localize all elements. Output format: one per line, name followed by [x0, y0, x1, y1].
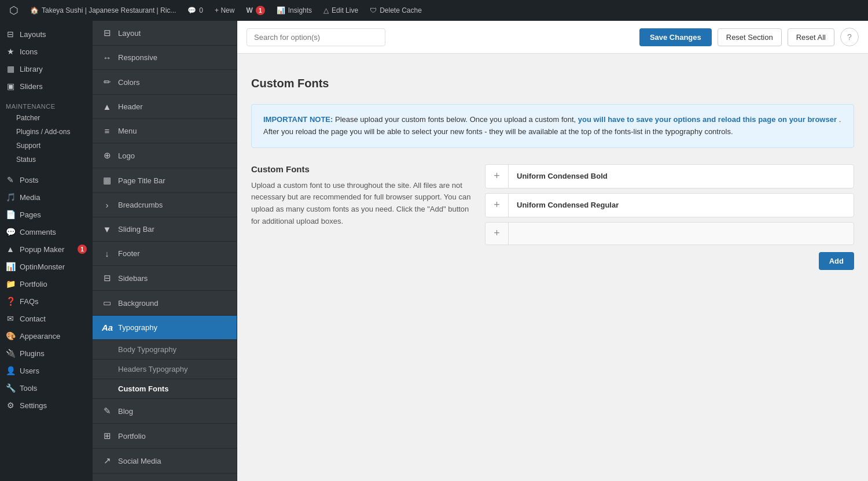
options-item-background[interactable]: ▭ Background — [93, 291, 237, 316]
insights-icon: 📊 — [277, 6, 285, 14]
comments-link[interactable]: 💬 0 — [183, 0, 208, 21]
font-row-1-plus[interactable]: + — [486, 165, 509, 188]
sidebar-item-support[interactable]: Support — [0, 139, 93, 153]
sidebar-item-library[interactable]: ▦ Library — [0, 60, 93, 77]
main-content: Save Changes Reset Section Reset All ? C… — [237, 21, 868, 481]
contact-icon: ✉ — [6, 314, 15, 323]
options-item-layout[interactable]: ⊟ Layout — [93, 21, 237, 46]
site-name[interactable]: 🏠 Takeya Sushi | Japanese Restaurant | R… — [25, 0, 181, 21]
logo-icon: ⊕ — [102, 150, 112, 161]
insights-link[interactable]: 📊 Insights — [272, 0, 317, 21]
options-item-responsive[interactable]: ↔ Responsive — [93, 46, 237, 70]
wp-logo[interactable]: ⬡ — [5, 0, 23, 21]
sidebar-item-plugins[interactable]: 🔌 Plugins — [0, 345, 93, 362]
appearance-icon: 🎨 — [6, 331, 15, 341]
options-item-portfolio[interactable]: ⊞ Portfolio — [93, 424, 237, 449]
sidebars-icon: ⊟ — [102, 273, 112, 283]
blog-icon: ✎ — [102, 406, 112, 416]
reset-section-button[interactable]: Reset Section — [718, 28, 782, 46]
sidebar-item-layouts[interactable]: ⊟ Layouts — [0, 25, 93, 43]
sidebar-item-appearance[interactable]: 🎨 Appearance — [0, 327, 93, 345]
layouts-icon: ⊟ — [6, 29, 15, 39]
sidebar-item-users[interactable]: 👤 Users — [0, 362, 93, 379]
options-item-sidebars[interactable]: ⊟ Sidebars — [93, 266, 237, 291]
sub-item-body-typography[interactable]: Body Typography — [93, 340, 237, 360]
options-item-menu[interactable]: ≡ Menu — [93, 119, 237, 143]
sidebar-item-settings[interactable]: ⚙ Settings — [0, 397, 93, 414]
sidebar-item-sliders[interactable]: ▣ Sliders — [0, 77, 93, 95]
sidebar-item-patcher[interactable]: Patcher — [0, 111, 93, 125]
delete-cache-link[interactable]: 🛡 Delete Cache — [365, 0, 426, 21]
options-item-page-title-bar[interactable]: ▦ Page Title Bar — [93, 168, 237, 193]
sub-item-custom-fonts[interactable]: Custom Fonts — [93, 379, 237, 399]
search-input[interactable] — [247, 28, 385, 46]
typography-icon: Aa — [102, 323, 112, 332]
wp-notification[interactable]: W 1 — [241, 0, 269, 21]
sidebar-item-optinmonster[interactable]: 📊 OptinMonster — [0, 258, 93, 275]
faqs-icon: ❓ — [6, 297, 15, 306]
options-item-slideshows[interactable]: ⊟ Slideshows — [93, 473, 237, 481]
save-changes-button[interactable]: Save Changes — [639, 28, 712, 46]
add-font-button[interactable]: Add — [819, 252, 854, 270]
custom-fonts-section: Custom Fonts Upload a custom font to use… — [251, 164, 854, 270]
plugins-icon: 🔌 — [6, 349, 15, 358]
admin-bar: ⬡ 🏠 Takeya Sushi | Japanese Restaurant |… — [0, 0, 868, 21]
options-item-typography[interactable]: Aa Typography — [93, 316, 237, 340]
page-title-bar-icon: ▦ — [102, 175, 112, 186]
sidebar-item-contact[interactable]: ✉ Contact — [0, 310, 93, 327]
sidebar-item-popup-maker[interactable]: ▲ Popup Maker 1 — [0, 240, 93, 258]
sidebar-item-icons[interactable]: ★ Icons — [0, 43, 93, 60]
add-button-row: Add — [485, 252, 854, 270]
info-text-before-link: Please upload your custom fonts below. O… — [335, 115, 578, 124]
wp-icon: ⬡ — [9, 4, 19, 17]
edit-live-link[interactable]: △ Edit Live — [319, 0, 363, 21]
custom-fonts-title: Custom Fonts — [251, 164, 471, 174]
options-item-footer[interactable]: ↓ Footer — [93, 242, 237, 266]
portfolio-icon: 📁 — [6, 279, 15, 288]
font-row-2: + Uniform Condensed Regular — [485, 193, 854, 217]
sidebar-item-comments[interactable]: 💬 Comments — [0, 223, 93, 240]
info-link[interactable]: you will have to save your options and r… — [578, 115, 837, 124]
main-layout: ⊟ Layouts ★ Icons ▦ Library ▣ Sliders Ma… — [0, 21, 868, 481]
sidebar-item-portfolio[interactable]: 📁 Portfolio — [0, 275, 93, 293]
new-content[interactable]: + New — [210, 0, 239, 21]
header-icon: ▲ — [102, 102, 112, 112]
font-row-3-plus[interactable]: + — [486, 222, 509, 245]
options-item-social-media[interactable]: ↗ Social Media — [93, 449, 237, 473]
reset-all-button[interactable]: Reset All — [788, 28, 834, 46]
edit-live-icon: △ — [323, 6, 329, 14]
options-item-breadcrumbs[interactable]: › Breadcrumbs — [93, 193, 237, 217]
sidebar-item-plugins-addons[interactable]: Plugins / Add-ons — [0, 125, 93, 139]
menu-icon: ≡ — [102, 126, 112, 136]
sidebar-item-tools[interactable]: 🔧 Tools — [0, 379, 93, 397]
portfolio-options-icon: ⊞ — [102, 431, 112, 441]
sliding-bar-icon: ▼ — [102, 224, 112, 234]
options-item-logo[interactable]: ⊕ Logo — [93, 143, 237, 168]
sidebar-item-posts[interactable]: ✎ Posts — [0, 171, 93, 188]
font-row-1: + Uniform Condensed Bold — [485, 164, 854, 188]
sidebar-item-media[interactable]: 🎵 Media — [0, 188, 93, 206]
home-icon: 🏠 — [30, 6, 39, 14]
pages-icon: 📄 — [6, 210, 15, 219]
options-item-sliding-bar[interactable]: ▼ Sliding Bar — [93, 217, 237, 242]
tools-icon: 🔧 — [6, 383, 15, 393]
sub-item-headers-typography[interactable]: Headers Typography — [93, 360, 237, 379]
sidebar-item-faqs[interactable]: ❓ FAQs — [0, 293, 93, 310]
help-icon: ? — [847, 32, 852, 42]
custom-fonts-description-text: Upload a custom font to use throughout t… — [251, 180, 471, 228]
footer-icon: ↓ — [102, 249, 112, 258]
sidebar-item-status[interactable]: Status — [0, 153, 93, 166]
breadcrumbs-icon: › — [102, 200, 112, 210]
font-row-2-plus[interactable]: + — [486, 194, 509, 217]
options-item-colors[interactable]: ✏ Colors — [93, 70, 237, 95]
social-media-icon: ↗ — [102, 456, 112, 466]
media-icon: 🎵 — [6, 193, 15, 202]
colors-icon: ✏ — [102, 77, 112, 87]
optinmonster-icon: 📊 — [6, 262, 15, 271]
content-panel: Custom Fonts IMPORTANT NOTE: Please uplo… — [237, 54, 868, 481]
options-item-blog[interactable]: ✎ Blog — [93, 399, 237, 424]
users-icon: 👤 — [6, 366, 15, 375]
help-button[interactable]: ? — [840, 28, 859, 46]
sidebar-item-pages[interactable]: 📄 Pages — [0, 206, 93, 223]
options-item-header[interactable]: ▲ Header — [93, 95, 237, 119]
